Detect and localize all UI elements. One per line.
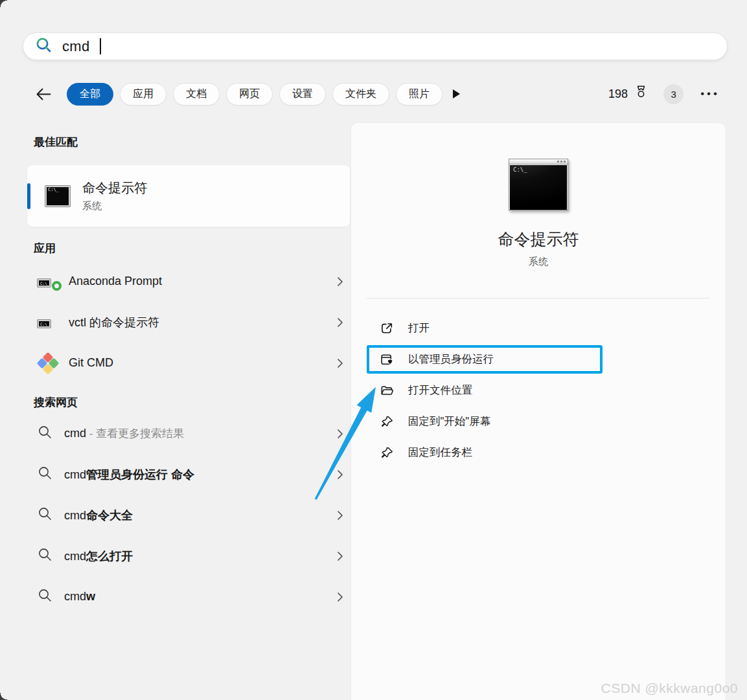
tab-photos[interactable]: 照片	[396, 83, 442, 106]
ellipsis-icon: •••	[700, 87, 720, 100]
pin-icon	[379, 414, 395, 429]
action-list: 打开 以管理员身份运行 打开文件位置 固定到"开始"屏幕 固定到任务栏	[367, 314, 603, 467]
rewards-indicator[interactable]: 198	[608, 84, 649, 104]
filter-toolbar: 全部 应用 文档 网页 设置 文件夹 照片 198 3 •••	[0, 79, 747, 109]
list-item-anaconda-prompt[interactable]: C:\_ Anaconda Prompt	[27, 261, 350, 302]
chevron-right-icon[interactable]	[337, 277, 343, 287]
detail-panel: C:\_ 命令提示符 系统 打开 以管理员身份运行 打开文件位置	[351, 123, 726, 700]
web-search-suggestion[interactable]: cmdw	[27, 576, 350, 617]
results-panel: 最佳匹配 C:\_ 命令提示符 系统 应用 C:\_ Anaconda Prom…	[27, 123, 350, 617]
tab-apps[interactable]: 应用	[120, 83, 167, 106]
play-icon	[453, 89, 460, 98]
window-corner	[0, 693, 7, 700]
anaconda-prompt-icon: C:\_	[38, 276, 58, 288]
divider	[367, 298, 710, 299]
web-search-suggestion[interactable]: cmd怎么打开	[27, 536, 350, 576]
web-search-suggestion[interactable]: cmd命令大全	[27, 495, 350, 536]
command-prompt-icon: C:\_	[38, 317, 58, 328]
tab-web[interactable]: 网页	[226, 83, 273, 106]
search-icon	[38, 425, 52, 442]
web-search-header: 搜索网页	[34, 395, 350, 410]
action-pin-to-start[interactable]: 固定到"开始"屏幕	[367, 407, 603, 436]
best-match-header: 最佳匹配	[34, 135, 350, 150]
rewards-medal-icon	[633, 84, 649, 104]
open-icon	[379, 321, 395, 335]
git-cmd-icon	[38, 353, 58, 374]
filter-tabs: 全部 应用 文档 网页 设置 文件夹 照片	[67, 83, 442, 106]
selection-accent-bar	[27, 183, 30, 209]
search-icon	[38, 506, 52, 524]
detail-subtitle: 系统	[351, 256, 726, 268]
run-as-admin-icon	[379, 352, 395, 367]
search-icon	[38, 547, 52, 565]
web-search-list: cmd - 查看更多搜索结果 cmd管理员身份运行 命令 cmd命令大全	[27, 413, 350, 617]
chevron-right-icon[interactable]	[337, 510, 343, 521]
notification-badge[interactable]: 3	[663, 84, 684, 104]
chevron-right-icon[interactable]	[337, 317, 343, 328]
tab-documents[interactable]: 文档	[173, 83, 220, 106]
web-search-suggestion[interactable]: cmd - 查看更多搜索结果	[27, 413, 350, 454]
search-input[interactable]: cmd	[23, 32, 728, 60]
open-folder-icon	[379, 383, 395, 398]
command-prompt-icon: C:\_	[45, 186, 70, 207]
best-match-subtitle: 系统	[82, 200, 147, 212]
chevron-right-icon[interactable]	[337, 469, 343, 480]
back-arrow-icon	[35, 87, 52, 102]
text-caret	[100, 38, 101, 54]
apps-list: C:\_ Anaconda Prompt C:\_ vctl 的命令提示符 Gi…	[27, 261, 350, 383]
back-button[interactable]	[35, 87, 52, 102]
chevron-right-icon[interactable]	[337, 592, 343, 602]
tab-settings[interactable]: 设置	[279, 83, 326, 106]
best-match-title: 命令提示符	[82, 179, 147, 197]
watermark: CSDN @kkkwang0o0	[601, 681, 738, 696]
pin-icon	[379, 446, 395, 460]
command-prompt-icon-large: C:\_	[509, 159, 568, 210]
tab-all[interactable]: 全部	[67, 83, 113, 106]
chevron-right-icon[interactable]	[337, 551, 343, 561]
rewards-points: 198	[608, 87, 628, 101]
search-query-text: cmd	[62, 38, 89, 55]
search-icon	[35, 36, 52, 56]
action-open[interactable]: 打开	[367, 314, 603, 343]
web-search-suggestion[interactable]: cmd管理员身份运行 命令	[27, 454, 350, 495]
more-options-button[interactable]: •••	[700, 87, 720, 100]
tab-folders[interactable]: 文件夹	[332, 83, 389, 106]
detail-title: 命令提示符	[351, 229, 726, 250]
action-open-file-location[interactable]: 打开文件位置	[367, 376, 603, 405]
search-icon	[38, 588, 52, 605]
best-match-item[interactable]: C:\_ 命令提示符 系统	[27, 165, 350, 227]
more-tabs-button[interactable]	[453, 89, 460, 98]
list-item-vctl-command-prompt[interactable]: C:\_ vctl 的命令提示符	[27, 302, 350, 343]
chevron-right-icon[interactable]	[337, 358, 343, 368]
chevron-right-icon[interactable]	[337, 429, 343, 439]
action-run-as-admin[interactable]: 以管理员身份运行	[367, 345, 603, 374]
action-pin-to-taskbar[interactable]: 固定到任务栏	[367, 438, 603, 467]
search-icon	[38, 466, 52, 483]
apps-header: 应用	[34, 241, 350, 256]
window-corner	[0, 0, 7, 7]
list-item-git-cmd[interactable]: Git CMD	[27, 343, 350, 383]
